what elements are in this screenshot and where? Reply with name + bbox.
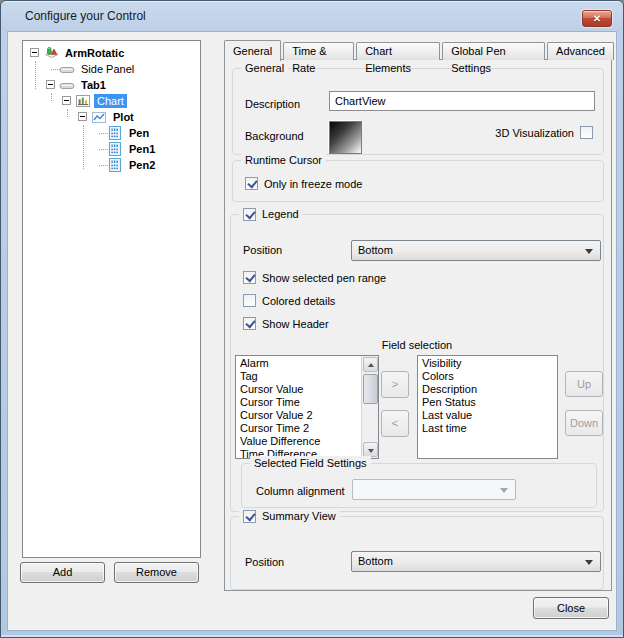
list-item-cursor-value-2[interactable]: Cursor Value 2 [237,409,360,422]
dialog-window: Configure your Control ✕ ArmRotaticSide … [0,0,624,638]
expander[interactable] [43,77,59,93]
list-item-cursor-time-2[interactable]: Cursor Time 2 [237,422,360,435]
tree-item-label[interactable]: ArmRotatic [62,46,127,60]
list-item-cursor-time[interactable]: Cursor Time [237,396,360,409]
summary-position-combobox[interactable]: Bottom [351,551,601,572]
scroll-down-icon[interactable] [363,442,378,457]
list-item-visibility[interactable]: Visibility [419,357,556,370]
list-item-colors[interactable]: Colors [419,370,556,383]
list-item-pen-status[interactable]: Pen Status [419,396,556,409]
tree-item-label[interactable]: Pen2 [126,158,158,172]
move-right-button[interactable]: > [381,371,409,398]
down-button[interactable]: Down [565,410,603,436]
collapse-minus-icon[interactable] [46,80,55,89]
collapse-minus-icon[interactable] [78,112,87,121]
chevron-down-icon [585,560,593,565]
control-tree[interactable]: ArmRotaticSide PanelTab1ChartPlotPenPen1… [22,40,201,558]
tree-item-side-panel[interactable]: Side Panel [23,61,200,77]
tree-item-tab1[interactable]: Tab1 [23,77,200,93]
tree-item-armrotatic[interactable]: ArmRotatic [23,45,200,61]
panel-icon [59,61,75,77]
scroll-up-icon[interactable] [363,357,378,372]
tree-item-label[interactable]: Tab1 [78,78,109,92]
selected-fields-listbox[interactable]: VisibilityColorsDescriptionPen StatusLas… [417,355,558,459]
tree-item-pen1[interactable]: Pen1 [23,141,200,157]
legend-checkbox[interactable] [243,208,256,221]
legend-group: Legend Position Bottom Show selected pen… [230,214,604,512]
legend-position-label: Position [243,244,282,256]
list-item-description[interactable]: Description [419,383,556,396]
pen-icon [107,141,123,157]
expander[interactable] [27,45,43,61]
tree-connector [83,125,84,169]
show-header-checkbox[interactable] [243,317,256,330]
collapse-minus-icon[interactable] [30,48,39,57]
summary-view-group: Summary View Position Bottom [230,516,604,590]
description-input[interactable] [329,91,595,111]
tree-connector [91,141,107,157]
assembly-icon [43,45,59,61]
scrollbar[interactable] [361,356,378,458]
list-item-value-difference[interactable]: Value Difference [237,435,360,448]
list-item-alarm[interactable]: Alarm [237,357,360,370]
runtime-cursor-group: Runtime Cursor Only in freeze mode [232,160,604,202]
pen-icon [107,125,123,141]
dialog-body: ArmRotaticSide PanelTab1ChartPlotPenPen1… [7,31,617,631]
tree-item-label[interactable]: Side Panel [78,62,137,76]
panel-icon [59,77,75,93]
expander[interactable] [59,93,75,109]
tab-global-pen-settings[interactable]: Global Pen Settings [442,42,545,60]
selected-field-settings-group: Selected Field Settings Column alignment [241,463,597,508]
viz3d-label: 3D Visualization [495,127,574,139]
show-header-label: Show Header [262,318,329,330]
list-item-cursor-value[interactable]: Cursor Value [237,383,360,396]
summary-view-checkbox[interactable] [243,510,256,523]
only-freeze-checkbox[interactable] [245,177,258,190]
show-pen-range-checkbox[interactable] [243,271,256,284]
tree-connector [35,61,36,89]
plot-icon [91,109,107,125]
colored-details-label: Colored details [262,295,335,307]
tree-item-plot[interactable]: Plot [23,109,200,125]
legend-label: Legend [262,207,299,221]
group-title: General [241,61,288,75]
tree-item-label[interactable]: Chart [94,94,127,108]
column-alignment-combobox [352,479,516,500]
background-color-swatch[interactable] [329,121,362,154]
tab-general[interactable]: General [224,40,281,61]
list-item-tag[interactable]: Tag [237,370,360,383]
tab-time-rate[interactable]: Time & Rate [283,42,354,60]
show-pen-range-label: Show selected pen range [262,272,386,284]
colored-details-checkbox[interactable] [243,294,256,307]
tree-connector [67,109,68,117]
title-bar[interactable]: Configure your Control ✕ [1,1,623,31]
collapse-minus-icon[interactable] [62,96,71,105]
tree-connector [91,125,107,141]
tree-item-label[interactable]: Pen [126,126,152,140]
tab-advanced[interactable]: Advanced [547,42,614,60]
chevron-down-icon [585,249,593,254]
scrollbar-thumb[interactable] [363,374,378,404]
viz3d-checkbox[interactable] [580,126,593,139]
close-button[interactable]: Close [533,597,609,619]
tree-connector [43,61,59,77]
tree-item-chart[interactable]: Chart [23,93,200,109]
add-button[interactable]: Add [20,562,105,583]
summary-view-label: Summary View [262,509,336,523]
tree-item-pen2[interactable]: Pen2 [23,157,200,173]
tree-item-pen[interactable]: Pen [23,125,200,141]
list-item-last-value[interactable]: Last value [419,409,556,422]
tree-item-label[interactable]: Pen1 [126,142,158,156]
pen-icon [107,157,123,173]
available-fields-listbox[interactable]: AlarmTagCursor ValueCursor TimeCursor Va… [235,355,379,459]
close-window-icon[interactable]: ✕ [582,10,612,27]
tab-chart-elements[interactable]: Chart Elements [356,42,440,60]
window-title: Configure your Control [25,9,146,23]
tree-item-label[interactable]: Plot [110,110,137,124]
legend-position-combobox[interactable]: Bottom [351,240,601,261]
list-item-last-time[interactable]: Last time [419,422,556,435]
expander[interactable] [75,109,91,125]
remove-button[interactable]: Remove [114,562,199,583]
move-left-button[interactable]: < [381,410,409,437]
up-button[interactable]: Up [565,371,603,397]
